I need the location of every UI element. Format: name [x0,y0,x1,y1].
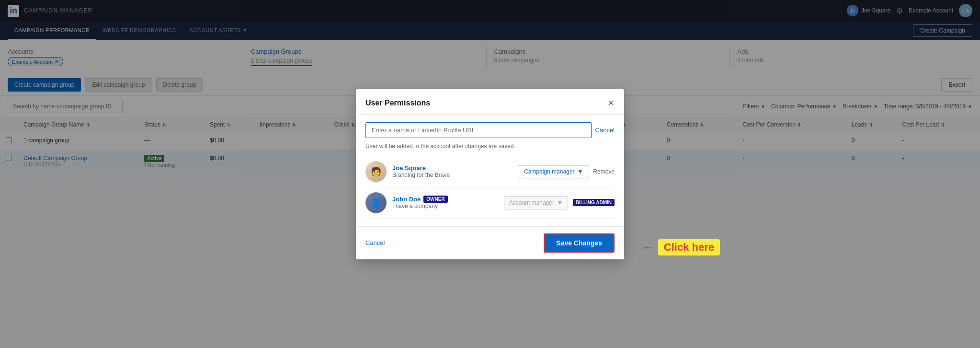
modal-close-button[interactable]: ✕ [607,98,615,108]
modal-title: User Permissions [365,99,430,107]
user-tagline-joe: Branding for the Brave [392,172,513,173]
modal-search-cancel[interactable]: Cancel [595,122,615,138]
user-row-joe: 🧑 Joe Square Branding for the Brave Camp… [365,156,615,174]
user-name-joe[interactable]: Joe Square [392,164,513,172]
user-avatar-joe: 🧑 [365,161,387,174]
modal-body: Cancel User will be added to the account… [356,115,624,174]
user-info-joe: Joe Square Branding for the Brave [392,164,513,173]
user-search-input[interactable] [365,122,592,138]
role-dropdown-joe[interactable]: Campaign manager ▼ [519,165,588,174]
remove-user-button[interactable]: Remove [593,168,615,174]
dropdown-chevron-icon: ▼ [577,168,583,174]
modal-overlay: User Permissions ✕ Cancel User will be a… [0,0,980,173]
modal-search-row: Cancel [365,122,615,138]
modal-info-text: User will be added to the account after … [365,143,615,150]
user-permissions-modal: User Permissions ✕ Cancel User will be a… [356,89,624,174]
user-controls-joe: Campaign manager ▼ Remove [519,165,615,174]
modal-header: User Permissions ✕ [356,89,624,115]
